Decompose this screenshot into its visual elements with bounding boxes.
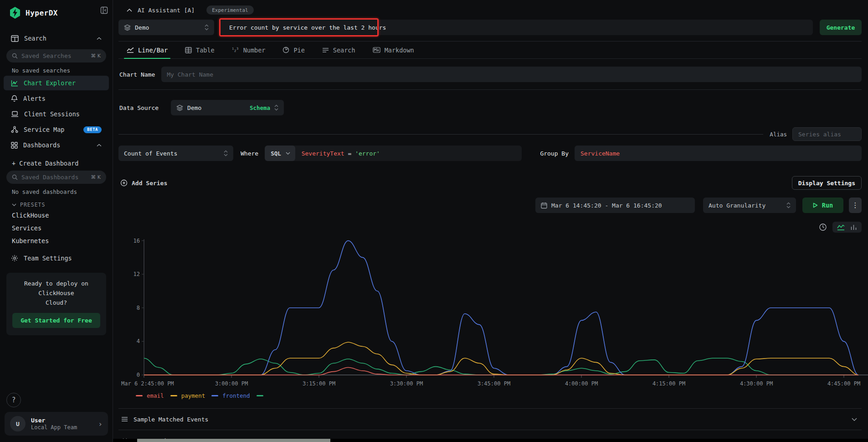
add-series-button[interactable]: Add Series bbox=[118, 179, 167, 187]
legend-dash bbox=[257, 395, 263, 396]
legend-item-unnamed[interactable] bbox=[257, 395, 263, 396]
legend-item-frontend[interactable]: frontend bbox=[211, 392, 250, 399]
data-source-label: Data Source bbox=[119, 104, 159, 111]
chevron-right-icon: › bbox=[98, 420, 103, 428]
legend-dash bbox=[136, 395, 143, 396]
presets-label: PRESETS bbox=[20, 202, 45, 208]
sidebar-item-team-settings[interactable]: Team Settings bbox=[4, 251, 109, 265]
logo[interactable]: HyperDX bbox=[0, 5, 113, 19]
chart-name-input[interactable] bbox=[161, 67, 862, 82]
saved-dashboards-input[interactable]: Saved Dashboards ⌘ K bbox=[6, 171, 106, 184]
divider bbox=[118, 89, 862, 90]
app-title: HyperDX bbox=[26, 9, 58, 17]
get-started-button[interactable]: Get Started for Free bbox=[12, 313, 100, 328]
saved-searches-placeholder: Saved Searches bbox=[21, 52, 87, 59]
tab-search[interactable]: Search bbox=[322, 42, 355, 58]
run-button[interactable]: Run bbox=[802, 198, 843, 213]
chart-panel: 0481216Mar 6 2:45:00 PM3:00:00 PM3:15:00… bbox=[118, 238, 862, 399]
x-tick-label: 4:00:00 PM bbox=[565, 380, 598, 387]
y-tick-label: 16 bbox=[134, 238, 140, 244]
svg-text:2: 2 bbox=[234, 49, 236, 53]
chart-name-label: Chart Name bbox=[119, 71, 155, 78]
alias-input[interactable] bbox=[792, 127, 862, 141]
legend-item-payment[interactable]: payment bbox=[170, 392, 205, 399]
help-button[interactable]: ? bbox=[6, 393, 21, 407]
ai-source-value: Demo bbox=[135, 24, 200, 31]
laptop-icon bbox=[11, 111, 19, 117]
where-expression-field[interactable]: SQL SeverityText = 'error' bbox=[265, 146, 522, 161]
tab-pie[interactable]: Pie bbox=[282, 42, 304, 58]
time-range-picker[interactable]: Mar 6 14:45:20 - Mar 6 16:45:20 bbox=[535, 198, 695, 213]
add-series-label: Add Series bbox=[132, 180, 167, 187]
tab-table[interactable]: Table bbox=[185, 42, 215, 58]
svg-text:3: 3 bbox=[236, 47, 238, 51]
plus-circle-icon bbox=[120, 179, 128, 187]
x-tick-label: 3:45:00 PM bbox=[478, 380, 510, 387]
line-view-button[interactable] bbox=[835, 223, 847, 231]
operator-token: = bbox=[344, 150, 355, 157]
y-tick-label: 0 bbox=[137, 372, 140, 378]
sidebar-item-chart-explorer[interactable]: Chart Explorer bbox=[4, 76, 109, 90]
sidebar-item-client-sessions[interactable]: Client Sessions bbox=[4, 107, 109, 121]
list-icon bbox=[322, 47, 329, 53]
chart-canvas[interactable]: 0481216Mar 6 2:45:00 PM3:00:00 PM3:15:00… bbox=[118, 238, 868, 390]
chart-explorer-icon bbox=[11, 80, 18, 87]
group-by-input[interactable]: ServiceName bbox=[575, 146, 862, 161]
user-menu[interactable]: U User Local App Team › bbox=[5, 412, 108, 436]
main-content: AI Assistant [A] Experimental Demo Gener… bbox=[113, 0, 868, 442]
sidebar-item-service-map[interactable]: Service Map BETA bbox=[4, 122, 109, 137]
preset-services[interactable]: Services bbox=[0, 222, 113, 234]
aggregation-value: Count of Events bbox=[124, 150, 220, 157]
tab-markdown[interactable]: Markdown bbox=[373, 42, 414, 58]
x-tick-label: 4:45:00 PM bbox=[827, 380, 860, 387]
no-saved-searches-text: No saved searches bbox=[0, 62, 113, 75]
ai-assistant-header[interactable]: AI Assistant [A] Experimental bbox=[118, 5, 862, 15]
preset-clickhouse[interactable]: ClickHouse bbox=[0, 209, 113, 222]
tab-label: Search bbox=[333, 47, 355, 54]
ai-source-select[interactable]: Demo bbox=[118, 20, 214, 35]
updown-chevron-icon bbox=[786, 202, 791, 208]
granularity-select[interactable]: Auto Granularity bbox=[703, 198, 796, 213]
sidebar-item-label: Alerts bbox=[23, 95, 102, 102]
chevron-up-icon bbox=[97, 144, 102, 147]
bar-view-button[interactable] bbox=[848, 223, 859, 231]
legend-item-email[interactable]: email bbox=[136, 392, 164, 399]
generate-button[interactable]: Generate bbox=[820, 20, 862, 35]
x-tick-label: 3:30:00 PM bbox=[390, 380, 423, 387]
tab-number[interactable]: 123 Number bbox=[232, 42, 266, 58]
more-options-button[interactable]: ⋮ bbox=[849, 198, 862, 213]
presets-header[interactable]: PRESETS bbox=[0, 196, 113, 209]
clock-icon[interactable] bbox=[819, 223, 827, 231]
layers-icon bbox=[124, 24, 131, 31]
data-source-row: Data Source Demo Schema bbox=[118, 100, 862, 115]
saved-dashboards-placeholder: Saved Dashboards bbox=[21, 174, 87, 181]
saved-searches-input[interactable]: Saved Searches ⌘ K bbox=[6, 49, 106, 62]
aggregation-select[interactable]: Count of Events bbox=[118, 146, 233, 161]
y-tick-label: 8 bbox=[137, 305, 140, 311]
ai-prompt-input[interactable] bbox=[221, 20, 813, 35]
language-select[interactable]: SQL bbox=[265, 146, 295, 161]
deploy-text-line2: Cloud? bbox=[12, 298, 101, 308]
schema-link[interactable]: Schema bbox=[250, 104, 270, 111]
sidebar-item-search[interactable]: Search bbox=[4, 31, 109, 46]
table-icon bbox=[185, 47, 192, 53]
user-name: User bbox=[31, 417, 77, 424]
series-line-frontend bbox=[144, 241, 858, 375]
legend-dash bbox=[170, 395, 177, 396]
sidebar-item-label: Chart Explorer bbox=[24, 79, 102, 87]
sidebar-item-alerts[interactable]: Alerts bbox=[4, 91, 109, 106]
sidebar-item-label: Team Settings bbox=[24, 255, 102, 262]
sidebar-collapse-icon[interactable] bbox=[100, 6, 108, 14]
panel-label: Sample Matched Events bbox=[134, 416, 208, 423]
create-dashboard-button[interactable]: + Create Dashboard bbox=[0, 153, 113, 167]
preset-kubernetes[interactable]: Kubernetes bbox=[0, 234, 113, 247]
tab-line-bar[interactable]: Line/Bar bbox=[127, 42, 168, 58]
app-root: HyperDX Search Saved Searches ⌘ K No sav… bbox=[0, 0, 868, 442]
sidebar-item-dashboards[interactable]: Dashboards bbox=[4, 138, 109, 152]
data-source-select[interactable]: Demo Schema bbox=[171, 100, 284, 115]
display-settings-button[interactable]: Display Settings bbox=[792, 176, 862, 190]
network-icon bbox=[11, 126, 18, 133]
scrollbar-thumb[interactable] bbox=[137, 439, 330, 442]
chart-style-toggle bbox=[832, 222, 862, 233]
sample-matched-events-panel[interactable]: Sample Matched Events bbox=[118, 408, 862, 430]
